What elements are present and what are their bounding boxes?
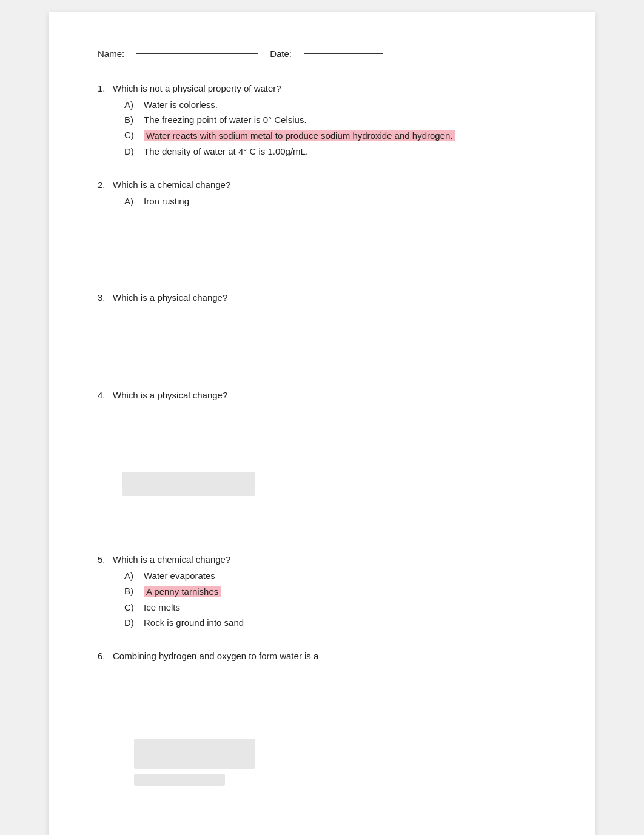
date-line[interactable] xyxy=(304,53,383,54)
question-5: 5. Which is a chemical change? A) Water … xyxy=(98,554,546,629)
question-1-text: 1. Which is not a physical property of w… xyxy=(98,83,546,93)
question-6: 6. Combining hydrogen and oxygen to form… xyxy=(98,651,546,786)
header-row: Name: Date: xyxy=(98,49,546,59)
question-5-options: A) Water evaporates B) A penny tarnishes… xyxy=(122,569,546,629)
date-label: Date: xyxy=(270,49,292,59)
q6-spacer xyxy=(98,666,546,726)
q1-option-c: C) Water reacts with sodium metal to pro… xyxy=(122,129,546,143)
q5-option-b: B) A penny tarnishes xyxy=(122,585,546,599)
q1-option-d: D) The density of water at 4° C is 1.00g… xyxy=(122,145,546,158)
question-4-text: 4. Which is a physical change? xyxy=(98,390,546,400)
question-2: 2. Which is a chemical change? A) Iron r… xyxy=(98,179,546,270)
q2-spacer xyxy=(98,210,546,270)
name-label: Name: xyxy=(98,49,124,59)
q3-spacer xyxy=(98,307,546,368)
question-1: 1. Which is not a physical property of w… xyxy=(98,83,546,158)
question-2-text: 2. Which is a chemical change? xyxy=(98,179,546,190)
q2-option-a: A) Iron rusting xyxy=(122,195,546,207)
q5-option-c: C) Ice melts xyxy=(122,601,546,614)
q4-spacer xyxy=(98,405,546,466)
q4-image-placeholder xyxy=(122,472,255,496)
q6-image-placeholder xyxy=(134,739,255,769)
question-1-options: A) Water is colorless. B) The freezing p… xyxy=(122,98,546,158)
q1-option-a: A) Water is colorless. xyxy=(122,98,546,111)
page: Name: Date: 1. Which is not a physical p… xyxy=(49,12,595,835)
questions-list: 1. Which is not a physical property of w… xyxy=(98,83,546,786)
name-line[interactable] xyxy=(136,53,258,54)
question-5-text: 5. Which is a chemical change? xyxy=(98,554,546,565)
q5-option-d: D) Rock is ground into sand xyxy=(122,616,546,629)
q1-option-b: B) The freezing point of water is 0° Cel… xyxy=(122,113,546,126)
q6-image-placeholder-2 xyxy=(134,774,225,786)
question-3-text: 3. Which is a physical change? xyxy=(98,292,546,303)
question-2-options: A) Iron rusting xyxy=(122,195,546,207)
question-4: 4. Which is a physical change? xyxy=(98,390,546,532)
question-6-text: 6. Combining hydrogen and oxygen to form… xyxy=(98,651,546,661)
q4-spacer2 xyxy=(98,496,546,532)
q5-option-a: A) Water evaporates xyxy=(122,569,546,582)
question-3: 3. Which is a physical change? xyxy=(98,292,546,368)
